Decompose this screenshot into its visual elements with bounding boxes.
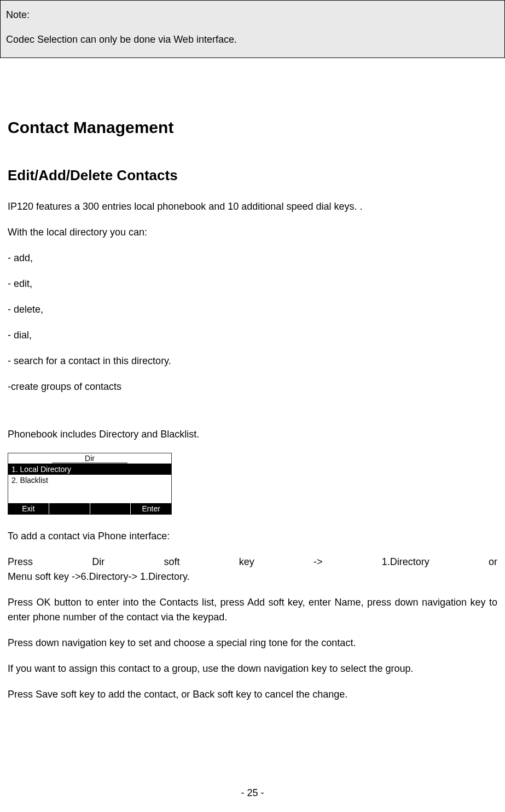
phone-screen-image: Dir 1. Local Directory 2. Blacklist Exit… <box>8 453 172 515</box>
paragraph: Press OK button to enter into the Contac… <box>8 595 497 625</box>
paragraph-line: Menu soft key ->6.Directory-> 1.Director… <box>8 569 497 584</box>
softkey-blank <box>90 503 131 514</box>
paragraph-line: Press Dir soft key -> 1.Directory or <box>8 555 497 569</box>
softkey-blank <box>49 503 90 514</box>
note-title: Note: <box>6 7 499 23</box>
softkey-exit: Exit <box>8 503 49 514</box>
paragraph: With the local directory you can: <box>8 225 497 240</box>
phone-screen-softkeys: Exit Enter <box>8 503 171 514</box>
heading-edit-add-delete: Edit/Add/Delete Contacts <box>8 167 497 184</box>
paragraph: Press down navigation key to set and cho… <box>8 636 497 650</box>
list-item: -create groups of contacts <box>8 379 497 394</box>
list-item: - delete, <box>8 302 497 317</box>
phone-screen-title: Dir <box>8 453 171 464</box>
note-box: Note: Codec Selection can only be done v… <box>0 0 505 58</box>
list-item: - dial, <box>8 328 497 343</box>
paragraph: Press Dir soft key -> 1.Directory or Men… <box>8 555 497 584</box>
list-item: - add, <box>8 251 497 266</box>
phone-screen-row: 2. Blacklist <box>8 475 171 486</box>
phone-screen-row-selected: 1. Local Directory <box>8 464 171 475</box>
paragraph: Press Save soft key to add the contact, … <box>8 687 497 702</box>
phone-screen-blank <box>8 486 171 503</box>
phone-screen-title-text: Dir <box>52 454 127 463</box>
list-item: - search for a contact in this directory… <box>8 354 497 368</box>
heading-contact-management: Contact Management <box>8 118 497 137</box>
paragraph: IP120 features a 300 entries local phone… <box>8 199 497 214</box>
list-item: - edit, <box>8 277 497 291</box>
page-number: - 25 - <box>0 787 505 799</box>
paragraph: Phonebook includes Directory and Blackli… <box>8 427 497 442</box>
paragraph: If you want to assign this contact to a … <box>8 661 497 676</box>
softkey-enter: Enter <box>131 503 171 514</box>
paragraph: To add a contact via Phone interface: <box>8 529 497 544</box>
note-body: Codec Selection can only be done via Web… <box>6 32 499 48</box>
